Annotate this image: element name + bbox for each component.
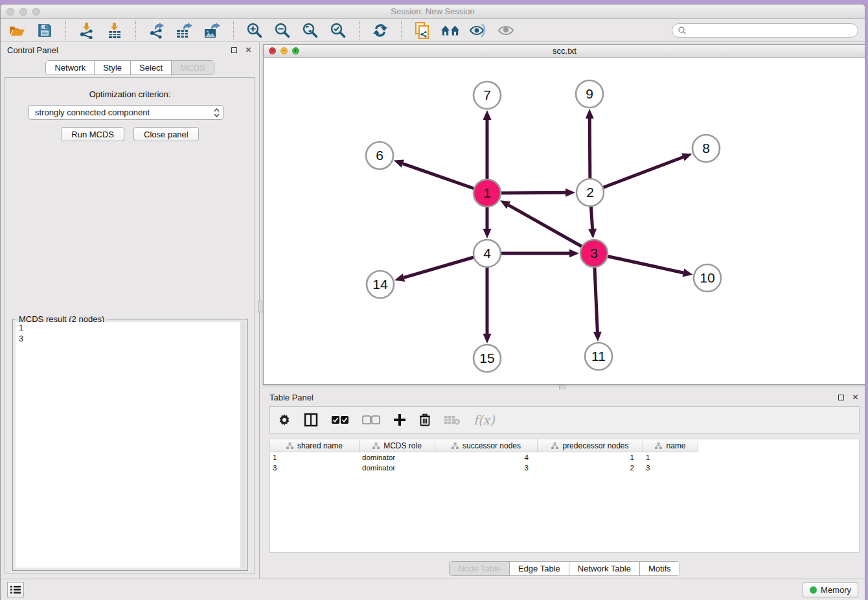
toolbar-separator <box>135 21 136 40</box>
tab-mcds[interactable]: MCDS <box>172 61 213 75</box>
table-panel-title: Table Panel <box>269 393 314 402</box>
table-cell[interactable]: 2 <box>538 464 643 472</box>
add-column-icon[interactable] <box>393 411 406 428</box>
graph-node-label: 3 <box>590 246 598 260</box>
mcds-result-list[interactable]: 1 3 <box>16 322 245 568</box>
column-header-name[interactable]: name <box>643 439 698 452</box>
control-panel-title: Control Panel <box>7 45 58 55</box>
open-session-icon[interactable] <box>7 21 27 40</box>
select-all-icon[interactable] <box>331 411 349 428</box>
tab-motifs[interactable]: Motifs <box>640 562 680 575</box>
tab-style[interactable]: Style <box>95 61 131 75</box>
graph-edge-arrow <box>682 269 692 277</box>
list-icon <box>10 585 21 594</box>
export-table-icon[interactable] <box>175 21 194 40</box>
table-cell[interactable]: 4 <box>435 454 538 461</box>
zoom-in-icon[interactable] <box>245 21 264 40</box>
float-panel-icon[interactable] <box>230 46 238 54</box>
memory-status-dot <box>810 586 817 594</box>
run-mcds-button[interactable]: Run MCDS <box>61 127 124 141</box>
tab-network-table[interactable]: Network Table <box>569 562 640 575</box>
graph-node-label: 10 <box>700 270 714 285</box>
search-input[interactable] <box>690 26 852 35</box>
memory-button[interactable]: Memory <box>803 583 858 597</box>
close-panel-button[interactable]: Close panel <box>133 127 199 141</box>
result-scrollbar[interactable] <box>240 322 245 568</box>
toolbar-separator <box>65 21 66 40</box>
graph-edge-arrow <box>394 159 404 167</box>
column-header-MCDS-role[interactable]: MCDS role <box>360 439 435 452</box>
close-panel-icon[interactable]: ✕ <box>244 46 253 54</box>
table-cell[interactable]: 3 <box>270 464 360 472</box>
table-cell[interactable]: 1 <box>270 454 360 461</box>
optimization-criterion-select[interactable]: strongly connected component <box>29 105 223 120</box>
network-graph[interactable]: 7968124314101511 <box>264 58 865 384</box>
hide-selected-icon[interactable] <box>468 21 488 40</box>
network-canvas[interactable]: 7968124314101511 <box>264 58 865 384</box>
table-cell[interactable]: 3 <box>643 464 698 472</box>
control-panel-tabs: Network Style Select MCDS <box>45 60 214 75</box>
tab-network[interactable]: Network <box>46 61 95 75</box>
table-cell[interactable]: dominator <box>360 464 435 472</box>
task-history-button[interactable] <box>7 582 24 597</box>
graph-edge-arrow <box>588 229 597 238</box>
memory-label: Memory <box>821 585 851 595</box>
column-header-predecessor-nodes[interactable]: predecessor nodes <box>538 439 643 452</box>
titlebar: Session: New Session <box>1 5 865 19</box>
show-column-icon[interactable] <box>304 411 318 428</box>
node-table[interactable]: shared nameMCDS rolesuccessor nodesprede… <box>269 439 860 553</box>
column-header-successor-nodes[interactable]: successor nodes <box>435 439 538 452</box>
content-area: Control Panel ✕ Network Style Select MCD… <box>1 42 865 579</box>
zoom-fit-icon[interactable] <box>301 21 320 40</box>
graph-edge-arrow <box>569 249 579 258</box>
status-bar: Memory <box>1 579 865 600</box>
float-table-panel-icon[interactable] <box>837 393 845 402</box>
select-stepper-icon <box>213 108 220 118</box>
tab-select[interactable]: Select <box>131 61 172 75</box>
app-window: Session: New Session <box>0 4 865 600</box>
window-title: Session: New Session <box>1 6 865 16</box>
zoom-out-icon[interactable] <box>273 21 292 40</box>
close-table-panel-icon[interactable]: ✕ <box>851 393 860 402</box>
export-network-icon[interactable] <box>147 21 166 40</box>
search-field[interactable] <box>672 23 858 38</box>
table-panel: Table Panel ✕ f(x) shared nameMCDS roles… <box>263 389 865 577</box>
first-neighbors-icon[interactable] <box>440 21 460 40</box>
graph-node-label: 2 <box>586 185 594 200</box>
delete-table-icon <box>444 411 461 428</box>
show-all-icon[interactable] <box>496 21 516 40</box>
graph-node-label: 6 <box>376 148 383 163</box>
delete-column-icon[interactable] <box>419 411 431 428</box>
table-cell[interactable]: 1 <box>643 454 698 461</box>
import-network-icon[interactable] <box>77 21 97 40</box>
graph-edge-3-1[interactable] <box>508 205 594 253</box>
graph-edge-arrow <box>483 334 492 343</box>
column-header-shared-name[interactable]: shared name <box>270 439 360 452</box>
clone-network-icon[interactable] <box>413 21 432 40</box>
mcds-panel: Optimization criterion: strongly connect… <box>5 77 255 573</box>
import-table-icon[interactable] <box>105 21 124 40</box>
table-cell[interactable]: 1 <box>538 454 643 461</box>
network-window-titlebar[interactable]: ✕ − + scc.txt <box>264 45 865 58</box>
table-cell[interactable]: 3 <box>435 464 538 472</box>
tab-edge-table[interactable]: Edge Table <box>510 562 569 575</box>
apply-layout-icon[interactable] <box>371 21 390 40</box>
toolbar-separator <box>359 21 360 40</box>
graph-node-label: 4 <box>483 246 491 260</box>
control-panel: Control Panel ✕ Network Style Select MCD… <box>1 42 260 579</box>
mcds-result-group: MCDS result (2 nodes) 1 3 <box>12 319 248 571</box>
toolbar-separator <box>233 21 234 40</box>
save-session-icon[interactable] <box>35 21 54 40</box>
search-icon <box>678 26 687 35</box>
table-row[interactable]: 3dominator323 <box>270 463 859 473</box>
deselect-all-icon[interactable] <box>362 411 380 428</box>
table-cell[interactable]: dominator <box>360 454 435 461</box>
graph-edge-arrow <box>681 153 692 161</box>
table-row[interactable]: 1dominator411 <box>270 452 859 463</box>
table-settings-gear-icon[interactable] <box>278 411 291 428</box>
export-image-icon[interactable] <box>203 21 222 40</box>
tab-node-table[interactable]: Node Table <box>450 562 510 575</box>
zoom-selected-icon[interactable] <box>328 21 348 40</box>
graph-edge-arrow <box>394 273 405 281</box>
graph-edge-2-8[interactable] <box>590 157 683 192</box>
